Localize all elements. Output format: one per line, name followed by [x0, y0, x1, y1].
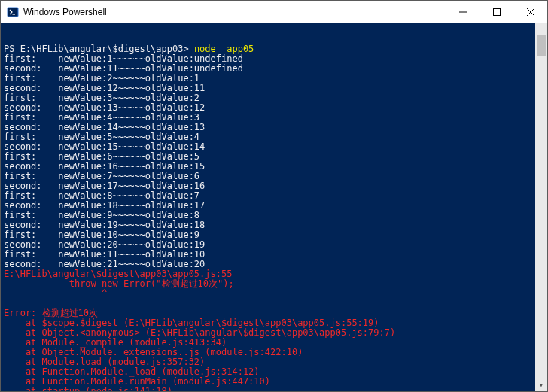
powershell-icon [7, 6, 19, 18]
window-title: Windows Powershell [23, 7, 446, 17]
svg-rect-2 [493, 8, 500, 15]
terminal-output[interactable]: PS E:\HFLib\angular\$digest\app03> node … [1, 23, 547, 391]
svg-rect-0 [8, 8, 18, 17]
scroll-down-icon[interactable]: ▾ [535, 379, 547, 391]
terminal-text: PS E:\HFLib\angular\$digest\app03> node … [4, 44, 544, 391]
minimize-button[interactable] [446, 1, 480, 23]
terminal-line: ^ [4, 289, 544, 299]
close-button[interactable] [513, 1, 547, 23]
window-controls [446, 1, 547, 23]
maximize-button[interactable] [480, 1, 513, 23]
scroll-thumb[interactable] [537, 35, 546, 56]
titlebar[interactable]: Windows Powershell [1, 1, 547, 23]
powershell-window: Windows Powershell PS E:\HFLib\angular\$… [0, 0, 548, 392]
scrollbar[interactable]: ▴ ▾ [535, 23, 547, 391]
terminal-line: at startup (node.js:141:18) [4, 387, 544, 391]
command-text: node app05 [194, 44, 254, 54]
